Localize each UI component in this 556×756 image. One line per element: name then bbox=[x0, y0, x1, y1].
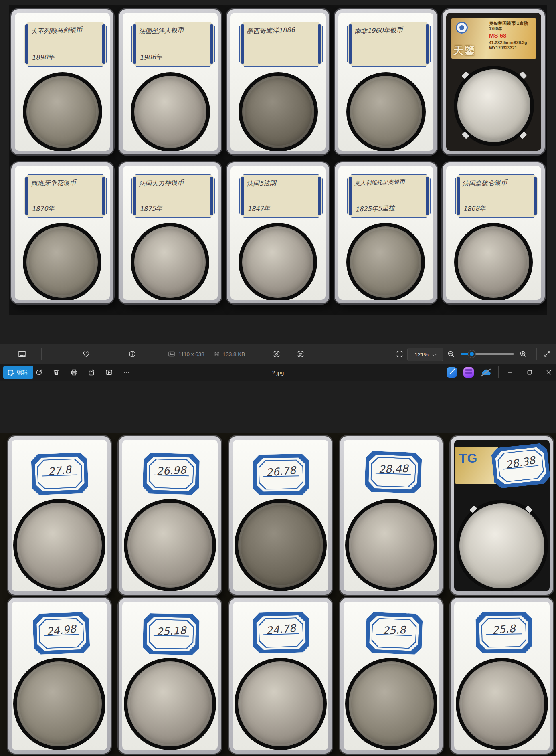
share-button[interactable] bbox=[84, 366, 99, 379]
price-value: 28.38 bbox=[498, 453, 543, 472]
minimize-button[interactable] bbox=[501, 364, 519, 381]
titlebar-divider bbox=[498, 366, 499, 378]
edit-button[interactable]: 编辑 bbox=[3, 366, 33, 379]
zoom-out-button[interactable] bbox=[444, 347, 458, 361]
coin bbox=[127, 661, 212, 746]
clipchamp-button[interactable] bbox=[463, 367, 474, 378]
filmstrip-toggle-button[interactable] bbox=[15, 347, 29, 361]
toolbar-divider bbox=[41, 348, 42, 360]
price-value: 25.8 bbox=[482, 621, 526, 637]
handwritten-label: 法国大力神银币 1875年 bbox=[131, 174, 215, 218]
price-sticker: 28.48 bbox=[364, 451, 422, 494]
coin-title: 法国大力神银币 bbox=[139, 178, 209, 188]
magic-wand-icon bbox=[447, 367, 457, 378]
text-extract-button[interactable] bbox=[293, 347, 308, 361]
video-button[interactable] bbox=[102, 366, 116, 379]
coin-year: 1847年 bbox=[247, 204, 270, 214]
handwritten-label: 墨西哥鹰洋1886 bbox=[239, 22, 323, 67]
fullscreen-button[interactable] bbox=[540, 347, 554, 361]
graded-coin-year: 1780年 bbox=[489, 26, 535, 32]
price-sticker: 25.8 bbox=[365, 612, 423, 655]
handwritten-label: 南非1960年银币 bbox=[347, 22, 431, 67]
coin-slab: 25.8 bbox=[340, 598, 443, 754]
coin-slab: 法国坐洋人银币 1906年 bbox=[119, 9, 221, 154]
info-button[interactable] bbox=[125, 347, 140, 361]
favorite-button[interactable] bbox=[79, 347, 93, 361]
image-dimensions-icon bbox=[168, 350, 176, 358]
edit-image-icon bbox=[7, 369, 14, 376]
coin-title: 法国5法朗 bbox=[247, 178, 317, 188]
coin-slab: 法国大力神银币 1875年 bbox=[119, 162, 221, 303]
price-value: 26.98 bbox=[150, 464, 193, 478]
handwritten-label: 法国拿破仑银币 1868年 bbox=[455, 174, 538, 218]
coin-slab: 法国5法朗 1847年 bbox=[227, 162, 329, 303]
graded-coin-title: 奥匈帝国银币 1泰勒 bbox=[489, 21, 535, 26]
price-sticker: 27.8 bbox=[31, 453, 88, 495]
photo-viewer-image: 大不列颠马剑银币 1890年 法国坐洋人银币 1906年 墨西哥鹰洋1886 bbox=[9, 5, 547, 315]
coin bbox=[134, 226, 206, 298]
coin-title: 西班牙争花银币 bbox=[31, 178, 101, 188]
coin-title: 南非1960年银币 bbox=[354, 25, 425, 36]
handwritten-label: 法国坐洋人银币 1906年 bbox=[131, 22, 215, 67]
coin bbox=[238, 503, 323, 588]
price-value: 25.18 bbox=[149, 624, 193, 638]
coin bbox=[457, 69, 530, 142]
coin-year: 1825年5里拉 bbox=[355, 204, 395, 214]
handwritten-label: 大不列颠马剑银币 1890年 bbox=[24, 22, 107, 67]
price-value: 24.98 bbox=[39, 622, 83, 638]
price-value: 24.78 bbox=[259, 621, 303, 637]
clapperboard-icon bbox=[463, 367, 474, 378]
coin-slab: 墨西哥鹰洋1886 bbox=[227, 9, 329, 154]
coin-slab: 28.48 bbox=[340, 436, 443, 595]
viewer-toolbar: 1110 x 638 133.8 KB 121% bbox=[0, 344, 556, 364]
coin-grade: MS 68 bbox=[489, 32, 535, 40]
cloud-status-button[interactable] bbox=[481, 368, 492, 377]
price-sticker: 26.78 bbox=[253, 454, 309, 495]
price-value: 25.8 bbox=[372, 623, 416, 637]
tg-brand: TG bbox=[459, 451, 477, 466]
coin-year: 1875年 bbox=[140, 204, 162, 214]
file-size-icon bbox=[213, 350, 220, 358]
photos-app-window: 大不列颠马剑银币 1890年 法国坐洋人银币 1906年 墨西哥鹰洋1886 bbox=[0, 0, 556, 756]
price-sticker: 25.18 bbox=[143, 613, 200, 655]
more-options-button[interactable] bbox=[119, 366, 133, 379]
coin bbox=[238, 661, 323, 746]
price-sticker: 25.8 bbox=[475, 612, 532, 653]
visual-search-button[interactable] bbox=[269, 347, 284, 361]
rotate-button[interactable] bbox=[32, 366, 46, 379]
coin-slab: 大不列颠马剑银币 1890年 bbox=[11, 9, 113, 154]
file-size: 133.8 KB bbox=[223, 351, 245, 357]
coin-slab: 24.78 bbox=[229, 598, 332, 754]
zoom-level-dropdown[interactable]: 121% bbox=[407, 348, 443, 361]
tg-grading-label: TG bbox=[455, 447, 498, 484]
print-button[interactable] bbox=[67, 366, 81, 379]
zoom-slider[interactable] bbox=[461, 353, 514, 355]
coin-title: 墨西哥鹰洋1886 bbox=[247, 25, 317, 36]
price-value: 27.8 bbox=[37, 462, 82, 479]
zoom-slider-thumb[interactable] bbox=[468, 350, 475, 358]
chevron-down-icon bbox=[432, 351, 437, 356]
coin-year: 1870年 bbox=[32, 204, 55, 214]
second-photo-image: 27.8 26.98 26.78 bbox=[0, 433, 556, 756]
grading-label: 天鑒 奥匈帝国银币 1泰勒 1780年 MS 68 41.2X2.5mmX28.… bbox=[451, 18, 536, 59]
delete-button[interactable] bbox=[49, 366, 63, 379]
coin-title: 大不列颠马剑银币 bbox=[31, 25, 101, 36]
zoom-in-button[interactable] bbox=[516, 347, 530, 361]
coin-slab: 24.98 bbox=[8, 598, 111, 754]
coin-year: 1906年 bbox=[140, 53, 162, 62]
price-sticker: 24.98 bbox=[32, 612, 90, 655]
toolbar-divider bbox=[536, 348, 537, 360]
coin-slab: 25.18 bbox=[119, 598, 221, 754]
coin-slab: 26.78 bbox=[229, 436, 332, 595]
close-button[interactable] bbox=[540, 364, 556, 381]
coin-title: 法国拿破仑银币 bbox=[462, 178, 532, 188]
coin-slab: 法国拿破仑银币 1868年 bbox=[443, 162, 545, 303]
fit-to-window-button[interactable] bbox=[392, 347, 407, 361]
maximize-button[interactable] bbox=[520, 364, 539, 381]
coin-slab: 26.98 bbox=[119, 436, 221, 595]
price-value: 26.78 bbox=[259, 463, 303, 479]
ai-edit-button[interactable] bbox=[447, 367, 457, 378]
graded-coin-slab: 天鑒 奥匈帝国银币 1泰勒 1780年 MS 68 41.2X2.5mmX28.… bbox=[443, 9, 545, 154]
coin bbox=[127, 503, 212, 588]
coin bbox=[134, 76, 206, 148]
